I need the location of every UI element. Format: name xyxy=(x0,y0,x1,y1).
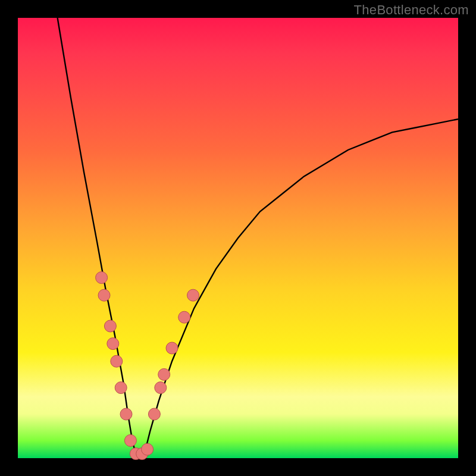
marker-dot xyxy=(166,342,178,354)
marker-dot xyxy=(155,382,167,394)
marker-dot xyxy=(111,355,123,367)
marker-dot xyxy=(120,408,132,420)
marker-dot xyxy=(158,368,170,380)
marker-dot xyxy=(142,443,154,455)
marker-dot xyxy=(148,408,160,420)
plot-area xyxy=(18,18,458,458)
marker-dot xyxy=(115,382,127,394)
marker-dot xyxy=(178,311,190,323)
marker-dot xyxy=(124,434,136,446)
marker-dot xyxy=(98,289,110,301)
marker-dot xyxy=(107,338,119,350)
watermark-text: TheBottleneck.com xyxy=(354,2,469,18)
marker-dot xyxy=(187,289,199,301)
bottleneck-curve-svg xyxy=(18,18,458,458)
marker-dot xyxy=(96,272,108,284)
marker-dot xyxy=(104,320,116,332)
chart-frame: TheBottleneck.com xyxy=(0,0,476,476)
marker-group xyxy=(96,272,199,460)
